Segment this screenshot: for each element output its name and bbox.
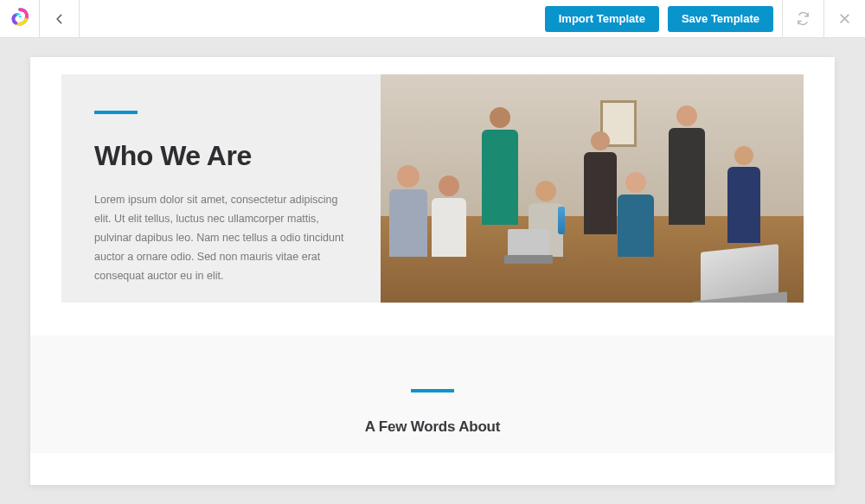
person-shape bbox=[389, 165, 427, 257]
laptop-shape bbox=[701, 244, 778, 302]
accent-divider bbox=[94, 111, 138, 114]
refresh-button[interactable] bbox=[782, 0, 823, 38]
accent-divider bbox=[411, 389, 454, 392]
hero-text-column: Who We Are Lorem ipsum dolor sit amet, c… bbox=[61, 74, 381, 303]
save-template-button[interactable]: Save Template bbox=[668, 6, 773, 32]
template-page[interactable]: Who We Are Lorem ipsum dolor sit amet, c… bbox=[30, 57, 835, 485]
chevron-left-icon bbox=[54, 13, 66, 25]
hero-image[interactable] bbox=[381, 74, 804, 303]
person-shape bbox=[482, 107, 518, 225]
svg-text:S: S bbox=[16, 13, 22, 23]
person-shape bbox=[669, 105, 705, 225]
editor-canvas[interactable]: Who We Are Lorem ipsum dolor sit amet, c… bbox=[0, 38, 865, 504]
app-header: S Import Template Save Template bbox=[0, 0, 865, 38]
person-shape bbox=[432, 175, 466, 257]
person-shape bbox=[584, 131, 617, 234]
logo-icon: S bbox=[9, 8, 31, 30]
import-template-button[interactable]: Import Template bbox=[545, 6, 659, 32]
back-button[interactable] bbox=[40, 0, 80, 38]
refresh-icon bbox=[796, 11, 811, 26]
laptop-shape bbox=[508, 229, 549, 257]
person-shape bbox=[727, 146, 760, 243]
about-section[interactable]: A Few Words About bbox=[30, 335, 835, 453]
bottle-shape bbox=[558, 207, 565, 234]
person-shape bbox=[618, 172, 654, 257]
header-actions: Import Template Save Template bbox=[545, 0, 865, 37]
app-logo: S bbox=[0, 0, 40, 38]
close-icon bbox=[838, 12, 851, 25]
hero-title[interactable]: Who We Are bbox=[94, 140, 348, 172]
hero-body-text[interactable]: Lorem ipsum dolor sit amet, consectetur … bbox=[94, 191, 348, 285]
hero-section[interactable]: Who We Are Lorem ipsum dolor sit amet, c… bbox=[61, 74, 804, 303]
section-title[interactable]: A Few Words About bbox=[48, 418, 817, 436]
close-button[interactable] bbox=[823, 0, 865, 38]
